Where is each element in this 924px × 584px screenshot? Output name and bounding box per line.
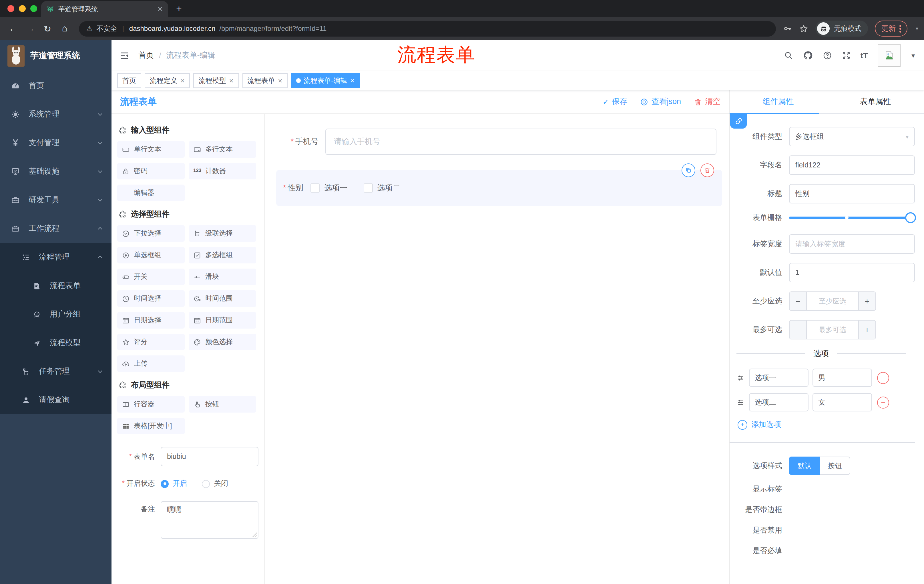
sidebar-item-devtools[interactable]: 研发工具 — [0, 186, 112, 214]
sidebar-item-process-form[interactable]: 流程表单 — [0, 271, 112, 300]
add-option-button[interactable]: + 添加选项 — [738, 419, 915, 430]
minimize-window-button[interactable] — [19, 5, 26, 12]
option-label-input[interactable]: 选项二 — [749, 393, 808, 411]
palette-item-time-range[interactable]: 时间范围 — [189, 290, 256, 307]
sidebar-item-system[interactable]: 系统管理 — [0, 100, 112, 128]
field-name-input[interactable]: field122 — [789, 155, 915, 175]
tag-home[interactable]: 首页 — [117, 73, 141, 88]
password-key-icon[interactable] — [783, 24, 792, 33]
default-value-input[interactable]: 1 — [789, 263, 915, 282]
remove-option-button[interactable]: − — [877, 396, 889, 408]
min-select-stepper[interactable]: − 至少应选 + — [789, 291, 876, 311]
checkbox-icon[interactable] — [364, 183, 373, 192]
checkbox-icon[interactable] — [311, 183, 320, 192]
status-on-radio[interactable]: 开启 — [161, 479, 187, 489]
link-tag[interactable] — [730, 113, 747, 128]
palette-item-password[interactable]: 密码 — [117, 163, 185, 179]
palette-item-editor[interactable]: 编辑器 — [117, 184, 185, 201]
avatar[interactable] — [878, 44, 901, 67]
tag-process-model[interactable]: 流程模型✕ — [193, 73, 239, 88]
macos-window-controls[interactable] — [7, 5, 37, 12]
max-select-stepper[interactable]: − 最多可选 + — [789, 320, 876, 339]
canvas-field-phone[interactable]: *手机号 请输入手机号 — [275, 128, 722, 155]
tab-component-props[interactable]: 组件属性 — [729, 90, 827, 113]
palette-item-table[interactable]: 表格[开发中] — [117, 418, 185, 434]
tag-process-form-edit[interactable]: 流程表单-编辑✕ — [291, 73, 360, 88]
palette-item-switch[interactable]: 开关 — [117, 268, 185, 285]
sidebar-item-home[interactable]: 首页 — [0, 71, 112, 100]
address-bar[interactable]: ⚠ 不安全 | dashboard.yudao.iocoder.cn/bpm/m… — [79, 21, 776, 36]
min-select-value[interactable]: 至少应选 — [807, 292, 858, 310]
sidebar-item-process-mgmt[interactable]: 流程管理 — [0, 243, 112, 271]
form-grid-slider[interactable] — [789, 217, 911, 219]
reload-icon[interactable]: ↻ — [40, 23, 55, 34]
canvas-field-gender-selected[interactable]: *性别 选项一 选项二 — [276, 170, 722, 206]
clear-button[interactable]: 清空 — [693, 97, 721, 107]
phone-input[interactable]: 请输入手机号 — [325, 128, 716, 155]
sidebar-item-process-model[interactable]: 流程模型 — [0, 329, 112, 357]
status-off-radio[interactable]: 关闭 — [202, 479, 228, 489]
sidebar-item-infra[interactable]: 基础设施 — [0, 157, 112, 186]
bookmark-star-icon[interactable] — [799, 24, 809, 33]
palette-item-checkbox-group[interactable]: 多选框组 — [189, 247, 256, 263]
new-tab-button[interactable]: + — [176, 3, 182, 17]
sidebar-item-user-group[interactable]: 用户分组 — [0, 300, 112, 329]
palette-item-color-picker[interactable]: 颜色选择 — [189, 334, 256, 350]
delete-component-button[interactable] — [700, 163, 714, 177]
component-type-select[interactable]: 多选框组▾ — [789, 127, 915, 146]
minus-icon[interactable]: − — [790, 292, 807, 310]
save-button[interactable]: ✓保存 — [603, 97, 627, 107]
back-icon[interactable]: ← — [6, 23, 21, 34]
drag-handle-icon[interactable] — [736, 373, 745, 382]
palette-item-select[interactable]: 下拉选择 — [117, 225, 185, 242]
search-icon[interactable] — [784, 51, 793, 60]
sidebar-item-payment[interactable]: 支付管理 — [0, 128, 112, 157]
palette-item-slider[interactable]: 滑块 — [189, 268, 256, 285]
browser-tab[interactable]: 芋道管理系统 ✕ — [41, 1, 168, 17]
home-icon[interactable]: ⌂ — [57, 23, 72, 34]
close-window-button[interactable] — [7, 5, 14, 12]
palette-item-button[interactable]: 按钮 — [189, 396, 256, 413]
remove-option-button[interactable]: − — [877, 372, 889, 384]
plus-icon[interactable]: + — [858, 292, 875, 310]
tag-process-definition[interactable]: 流程定义✕ — [145, 73, 190, 88]
palette-item-counter[interactable]: 123计数器 — [189, 163, 256, 179]
sidebar-item-task-mgmt[interactable]: 任务管理 — [0, 357, 112, 386]
style-default-button[interactable]: 默认 — [789, 457, 820, 475]
palette-item-date-range[interactable]: 日期范围 — [189, 312, 256, 329]
menu-dots-icon[interactable] — [900, 25, 901, 32]
tag-process-form[interactable]: 流程表单✕ — [243, 73, 288, 88]
tab-form-props[interactable]: 表单属性 — [827, 90, 924, 113]
security-label[interactable]: 不安全 — [97, 24, 117, 33]
view-json-button[interactable]: 查看json — [640, 97, 681, 107]
fullscreen-icon[interactable] — [842, 51, 851, 60]
option-value-input[interactable]: 女 — [812, 393, 872, 411]
palette-item-time-picker[interactable]: 时间选择 — [117, 290, 185, 307]
chevron-down-icon[interactable]: ▼ — [910, 52, 916, 59]
breadcrumb-home[interactable]: 首页 — [139, 50, 154, 61]
palette-item-upload[interactable]: 上传 — [117, 355, 185, 372]
font-size-icon[interactable]: tT — [861, 51, 868, 60]
palette-item-single-text[interactable]: 单行文本 — [117, 141, 185, 158]
close-icon[interactable]: ✕ — [278, 77, 283, 84]
palette-item-date-picker[interactable]: 日期选择 — [117, 312, 185, 329]
question-icon[interactable] — [823, 51, 832, 60]
close-icon[interactable]: ✕ — [180, 77, 185, 84]
label-width-input[interactable]: 请输入标签宽度 — [789, 234, 915, 254]
chevron-down-icon[interactable]: ▾ — [916, 26, 918, 31]
copy-component-button[interactable] — [681, 163, 695, 177]
close-icon[interactable]: ✕ — [229, 77, 234, 84]
option-value-input[interactable]: 男 — [812, 368, 872, 387]
github-icon[interactable] — [803, 50, 813, 61]
option-label-input[interactable]: 选项一 — [749, 368, 808, 387]
maximize-window-button[interactable] — [30, 5, 37, 12]
palette-item-radio-group[interactable]: 单选框组 — [117, 247, 185, 263]
checkbox-option-1[interactable]: 选项一 — [311, 183, 348, 193]
sidebar-fold-icon[interactable] — [119, 51, 129, 60]
max-select-value[interactable]: 最多可选 — [807, 321, 858, 339]
form-remark-textarea[interactable]: 嘿嘿 — [161, 501, 259, 539]
slider-handle[interactable] — [905, 212, 916, 223]
drag-handle-icon[interactable] — [736, 398, 745, 406]
palette-item-cascader[interactable]: 级联选择 — [189, 225, 256, 242]
palette-item-row-container[interactable]: 行容器 — [117, 396, 185, 413]
